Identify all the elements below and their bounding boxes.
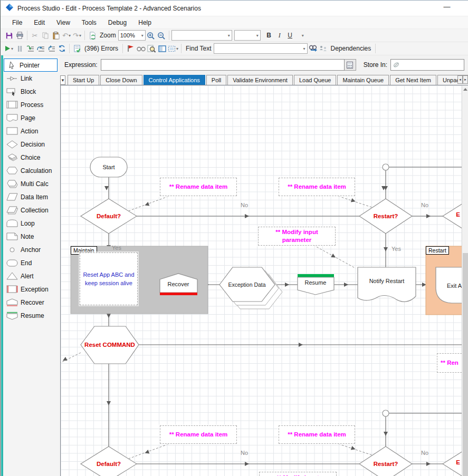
canvas-vertical-scrollbar[interactable] xyxy=(462,85,468,476)
tab-poll[interactable]: Poll xyxy=(206,75,226,85)
tool-data-item[interactable]: Data Item xyxy=(4,190,58,203)
note-rename-3[interactable]: ** Rename data item xyxy=(160,425,237,444)
tool-recover[interactable]: Recover xyxy=(4,296,58,309)
menu-file[interactable]: File xyxy=(7,17,27,28)
dependencies-label[interactable]: Dependencies xyxy=(331,45,371,52)
tool-alert[interactable]: Alert xyxy=(4,269,58,283)
font-family-combo[interactable]: ▾ xyxy=(171,30,232,41)
tool-end[interactable]: End xyxy=(4,256,58,269)
tab-list-dropdown[interactable]: ▼ xyxy=(60,75,65,85)
note-rename-4[interactable]: ** Rename data item xyxy=(279,425,355,444)
annot-link-rename4[interactable] xyxy=(338,444,373,455)
menu-help[interactable]: Help xyxy=(133,17,157,28)
paste-icon xyxy=(52,32,60,40)
tool-calculation[interactable]: Calculation xyxy=(4,164,58,177)
tool-anchor[interactable]: Anchor xyxy=(4,243,58,256)
find-next-button[interactable] xyxy=(308,43,318,54)
tab-scroll-right-button[interactable]: ▸ xyxy=(463,75,468,84)
tool-process[interactable]: Process xyxy=(4,98,58,111)
underline-button[interactable]: U xyxy=(285,30,295,41)
tool-page[interactable]: Page xyxy=(4,111,58,124)
note-rename-2[interactable]: ** Rename data item xyxy=(279,178,355,196)
annot-link-rename2[interactable] xyxy=(338,196,373,208)
bold-button[interactable]: B xyxy=(264,30,274,41)
save-button[interactable] xyxy=(4,30,14,41)
dependencies-button[interactable] xyxy=(318,43,329,54)
scroll-up-button[interactable] xyxy=(462,85,468,93)
run-button[interactable]: ▾ xyxy=(4,43,14,54)
redo-button[interactable]: ↷▾ xyxy=(72,30,82,41)
errors-count[interactable]: (396) Errors xyxy=(84,45,118,52)
zoom-in-button[interactable] xyxy=(146,30,156,41)
tool-decision[interactable]: Decision xyxy=(4,138,58,151)
panel-view-button[interactable] xyxy=(157,43,167,54)
annot-link-rename3[interactable] xyxy=(129,443,172,459)
tab-validate-environment[interactable]: Validate Environment xyxy=(227,75,293,85)
menu-view[interactable]: View xyxy=(51,17,75,28)
tab-control-applications[interactable]: Control Applications xyxy=(144,75,205,85)
tab-maintain-queue[interactable]: Maintain Queue xyxy=(337,75,389,85)
copy-button[interactable] xyxy=(40,30,51,41)
italic-button[interactable]: I xyxy=(274,30,285,41)
menu-tools[interactable]: Tools xyxy=(77,17,102,28)
tool-exception[interactable]: Exception xyxy=(4,283,58,296)
pause-button[interactable] xyxy=(14,43,25,54)
anchor-stage-1[interactable] xyxy=(383,164,389,170)
expression-editor-button[interactable] xyxy=(345,59,356,71)
refresh-page-button[interactable] xyxy=(87,30,98,41)
search-process-button[interactable] xyxy=(146,43,157,54)
anchor-stage-2[interactable] xyxy=(383,410,389,416)
errors-button[interactable] xyxy=(72,43,82,54)
menu-edit[interactable]: Edit xyxy=(28,17,50,28)
note-modify-input-1[interactable]: ** Modify inputparameter xyxy=(258,227,336,246)
tool-note[interactable]: Note xyxy=(4,230,58,243)
note-modify-input-2[interactable]: ** Modify inputparameter xyxy=(259,472,337,476)
tool-action[interactable]: Action xyxy=(4,124,58,138)
tab-close-down[interactable]: Close Down xyxy=(100,75,142,85)
tool-choice[interactable]: Choice xyxy=(4,151,58,164)
notify-restart-stage[interactable] xyxy=(358,267,416,302)
stage-toolbox: Pointer Link Block Process Page Action D… xyxy=(1,55,60,476)
cut-button[interactable]: ✂ xyxy=(30,30,40,41)
font-size-combo[interactable]: ▾ xyxy=(234,30,261,41)
minimize-button[interactable]: — xyxy=(441,3,453,13)
undo-button[interactable]: ↶▾ xyxy=(61,30,72,41)
tool-loop[interactable]: Loop xyxy=(4,217,58,230)
tool-pointer[interactable]: Pointer xyxy=(4,59,58,72)
tool-multi-calc[interactable]: Multi Calc xyxy=(4,177,58,190)
print-button[interactable] xyxy=(14,30,25,41)
tool-resume[interactable]: Resume xyxy=(4,309,58,322)
tab-scroll-left-button[interactable]: ◂ xyxy=(457,75,463,84)
zoom-level-combo[interactable]: 100%▾ xyxy=(118,30,146,41)
watch-button[interactable] xyxy=(136,43,146,54)
reset-button[interactable] xyxy=(56,43,67,54)
store-in-input[interactable] xyxy=(390,59,464,71)
selection-mode-button[interactable]: ▾ xyxy=(167,43,179,54)
annot-link-hexagon-left[interactable] xyxy=(61,353,81,363)
annot-link-rename1[interactable] xyxy=(129,195,172,211)
paste-button[interactable] xyxy=(51,30,61,41)
step-over-button[interactable] xyxy=(35,43,46,54)
breakpoint-button[interactable] xyxy=(125,43,136,54)
restart-block-label[interactable]: Restart xyxy=(426,246,449,255)
tab-get-next-item[interactable]: Get Next Item xyxy=(390,75,436,85)
font-color-button[interactable]: ▾ xyxy=(295,30,306,41)
expression-input[interactable] xyxy=(101,59,345,71)
zoom-out-button[interactable] xyxy=(156,30,167,41)
tab-load-queue[interactable]: Load Queue xyxy=(294,75,337,85)
exception-data-stage[interactable] xyxy=(219,267,282,309)
tab-start-up[interactable]: Start Up xyxy=(68,75,99,85)
flow-canvas[interactable]: Maintain Restart ** Rename data item ** … xyxy=(60,85,468,476)
find-text-combo[interactable]: ▾ xyxy=(214,43,308,54)
scrollbar-thumb[interactable] xyxy=(463,253,468,476)
note-rename-1[interactable]: ** Rename data item xyxy=(160,178,237,196)
menu-debug[interactable]: Debug xyxy=(103,17,132,28)
tool-block[interactable]: Block xyxy=(4,85,58,98)
tool-collection[interactable]: Collection xyxy=(4,203,58,217)
step-in-button[interactable] xyxy=(25,43,35,54)
color-dropdown-icon: ▾ xyxy=(302,33,304,38)
note-reset-app[interactable]: Reset App ABC andkeep session alive xyxy=(80,252,138,305)
goggles-icon xyxy=(137,46,146,52)
step-out-button[interactable] xyxy=(46,43,56,54)
tool-link[interactable]: Link xyxy=(4,72,58,85)
